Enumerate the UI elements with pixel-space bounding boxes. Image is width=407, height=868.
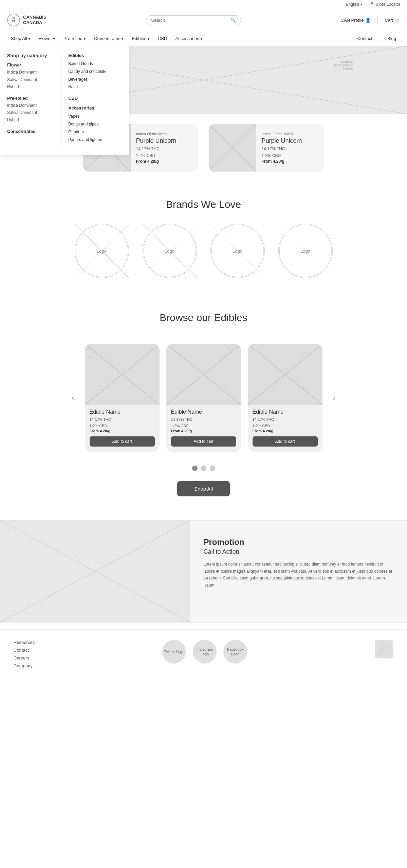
footer-link-careers[interactable]: Careers: [14, 655, 35, 660]
dropdown-link-hash[interactable]: Hash: [68, 83, 122, 91]
cat-prerolled-sativa[interactable]: Sativa Dominant: [7, 109, 54, 117]
logo-text: CANNABIS CANADA: [23, 15, 47, 25]
nav-chevron-accessories: ▾: [200, 36, 203, 41]
nav-item-blog[interactable]: Blog: [383, 31, 400, 46]
edible-card-1-add-to-cart[interactable]: Add to cart: [90, 436, 155, 447]
dropdown-link-vapes[interactable]: Vapes: [68, 113, 122, 120]
brands-row: Logo Logo Logo: [14, 224, 393, 278]
header-right: CAN Profile 👤 Cart 🛒: [341, 16, 400, 24]
profile-label: CAN Profile: [341, 18, 364, 23]
cat-prerolled-hybrid[interactable]: Hybrid: [7, 117, 54, 124]
facebook-logo[interactable]: Facebook Logo: [223, 640, 247, 664]
dropdown-link-baked-goods[interactable]: Baked Goods: [68, 60, 122, 68]
twitter-label: Twitter Logo: [164, 649, 184, 654]
shop-all-button[interactable]: Shop All: [177, 481, 230, 496]
nav-item-cbd[interactable]: CBD: [154, 31, 171, 46]
nav-right: Contact Blog: [353, 31, 400, 46]
carousel-dot-3[interactable]: [210, 466, 215, 471]
store-locator-label: Store Locator: [376, 2, 400, 7]
brand-logo-1[interactable]: Logo: [75, 224, 129, 278]
dropdown-link-candy[interactable]: Candy and chocolate: [68, 68, 122, 76]
edible-card-1-image: [85, 344, 160, 405]
cat-group-flower: Flower Indica Dominant Sativa Dominant H…: [7, 62, 54, 91]
nav-item-contact[interactable]: Contact: [353, 31, 376, 46]
cat-flower-title[interactable]: Flower: [7, 62, 54, 67]
svg-text:🌿: 🌿: [13, 17, 15, 19]
cat-flower-sativa[interactable]: Sativa Dominant: [7, 76, 54, 84]
cat-prerolled-title[interactable]: Pre-rolled: [7, 96, 54, 101]
product-card-1-thc: 14-17% THC: [136, 146, 193, 152]
dropdown-link-papers[interactable]: Papers and lighters: [68, 136, 122, 144]
promo-section: Promotion Call to Action Lorem ipsum dol…: [0, 520, 407, 623]
footer-link-company[interactable]: Company: [14, 663, 35, 668]
nav-item-edibles[interactable]: Edibles ▾: [128, 31, 154, 46]
carousel-next-arrow[interactable]: ›: [329, 393, 339, 403]
nav-chevron-pre-rolled: ▾: [84, 36, 86, 41]
promo-content: Promotion Call to Action Lorem ipsum dol…: [190, 520, 407, 622]
dropdown-edibles-section: Edibles Baked Goods Candy and chocolate …: [68, 53, 122, 91]
footer-link-contact[interactable]: Contact: [14, 648, 35, 653]
logo[interactable]: 🌿 CAN CANNABIS CANADA: [7, 13, 47, 27]
language-chevron: ▾: [360, 2, 363, 7]
language-selector[interactable]: English ▾: [346, 2, 363, 7]
cat-prerolled-indica[interactable]: Indica Dominant: [7, 102, 54, 110]
edible-card-2-body: Edible Name 14-17% THC 1-2% CBD From 4.2…: [166, 405, 241, 433]
product-card-2-info: Indica Of the Week Purple Unicorn 14-17%…: [256, 126, 324, 169]
cat-concentrates-title[interactable]: Concentrates: [7, 129, 54, 134]
cat-flower-indica[interactable]: Indica Dominant: [7, 69, 54, 76]
cat-flower-hybrid[interactable]: Hybrid: [7, 83, 54, 91]
nav-label-pre-rolled: Pre-rolled: [63, 36, 82, 41]
brand-logo-2[interactable]: Logo: [143, 224, 197, 278]
dropdown-cbd-section: CBD: [68, 96, 122, 101]
brand-logo-4[interactable]: Logo: [278, 224, 333, 278]
edible-card-3-body: Edible Name 14-17% THC 1-2% CBD From 4.2…: [248, 405, 322, 433]
dropdown-link-grinders[interactable]: Grinders: [68, 128, 122, 136]
brand-logo-3[interactable]: Logo: [210, 224, 265, 278]
promo-subtitle: Call to Action: [204, 548, 393, 555]
store-locator[interactable]: 📍 Store Locator: [369, 2, 400, 7]
edible-card-1-thc: 14-17% THC: [90, 416, 155, 423]
product-card-1-info: Indica Of the Week Purple Unicorn 14-17%…: [131, 126, 199, 169]
main-nav: Shop All ▾ Flower ▾ Pre-rolled ▾ Concent…: [0, 31, 407, 46]
product-card-1-cbd: 1-2% CBD: [136, 153, 193, 159]
edible-card-2: Edible Name 14-17% THC 1-2% CBD From 4.2…: [166, 344, 241, 452]
nav-item-concentrates[interactable]: Concentrates ▾: [90, 31, 128, 46]
header: 🌿 CAN CANNABIS CANADA 🔍 CAN Profile 👤 Ca…: [0, 9, 407, 31]
product-card-2[interactable]: Indica Of the Week Purple Unicorn 14-17%…: [209, 124, 324, 172]
cat-group-pre-rolled: Pre-rolled Indica Dominant Sativa Domina…: [7, 96, 54, 124]
edibles-carousel: ‹ Edible Name 14-17% THC 1-2% CBD From 4…: [0, 337, 407, 459]
dropdown-link-beverages[interactable]: Beverages: [68, 76, 122, 83]
language-label: English: [346, 2, 359, 7]
carousel-dot-1[interactable]: [192, 466, 198, 471]
edible-card-2-cbd: 1-2% CBD: [171, 423, 236, 429]
nav-chevron-shop-all: ▾: [28, 36, 31, 41]
profile-button[interactable]: CAN Profile 👤: [341, 18, 371, 23]
search-bar[interactable]: 🔍: [146, 15, 241, 25]
carousel-prev-arrow[interactable]: ‹: [68, 393, 78, 403]
footer-social: Twitter Logo Instagram Logo Facebook Log…: [162, 640, 247, 664]
header-divider: [377, 16, 378, 24]
twitter-logo[interactable]: Twitter Logo: [162, 640, 186, 664]
dropdown-edibles-title[interactable]: Edibles: [68, 53, 122, 58]
footer: Resources Contact Careers Company Twitte…: [0, 629, 407, 678]
dropdown-accessories-title[interactable]: Accessories: [68, 105, 122, 111]
store-locator-icon: 📍: [369, 2, 374, 7]
carousel-dot-2[interactable]: [201, 466, 206, 471]
edible-card-2-add-to-cart[interactable]: Add to cart: [171, 436, 236, 447]
edible-card-3-cbd: 1-2% CBD: [253, 423, 318, 429]
footer-link-resources[interactable]: Resources: [14, 640, 35, 645]
dropdown-cbd-title[interactable]: CBD: [68, 96, 122, 101]
edible-card-1-cbd: 1-2% CBD: [90, 423, 155, 429]
search-input[interactable]: [151, 18, 228, 23]
nav-item-pre-rolled[interactable]: Pre-rolled ▾: [59, 31, 90, 46]
nav-item-flower[interactable]: Flower ▾: [35, 31, 59, 46]
cat-group-concentrates: Concentrates: [7, 129, 54, 134]
cart-button[interactable]: Cart 🛒: [385, 18, 400, 23]
edible-card-3-add-to-cart[interactable]: Add to cart: [253, 436, 318, 447]
edible-card-3-price: From 4.20/g: [253, 429, 318, 433]
instagram-logo[interactable]: Instagram Logo: [193, 640, 217, 664]
edible-card-1-price: From 4.20/g: [90, 429, 155, 433]
dropdown-link-bongs[interactable]: Bongs and pipes: [68, 120, 122, 128]
nav-item-shop-all[interactable]: Shop All ▾: [7, 31, 35, 46]
nav-item-accessories[interactable]: Accessories ▾: [171, 31, 207, 46]
